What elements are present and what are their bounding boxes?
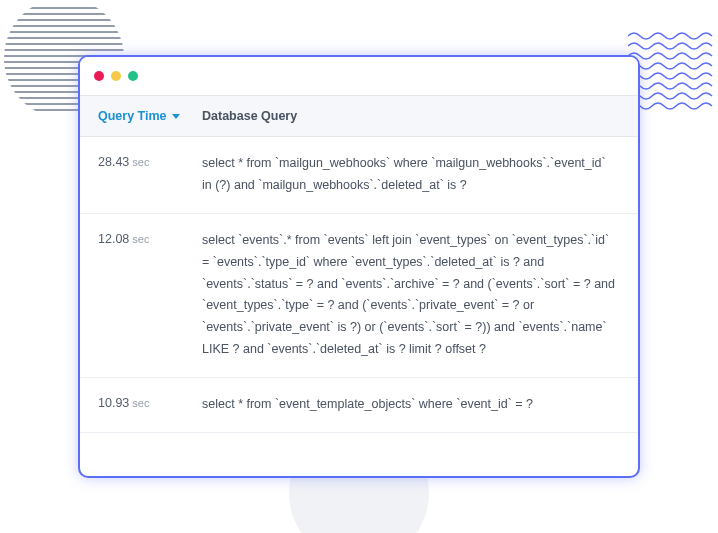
window-titlebar xyxy=(80,57,638,95)
cell-time: 12.08sec xyxy=(80,214,202,377)
table-row[interactable]: 10.93sec select * from `event_template_o… xyxy=(80,378,638,433)
sort-desc-icon xyxy=(172,114,180,119)
table-body: 28.43sec select * from `mailgun_webhooks… xyxy=(80,137,638,476)
cell-query: select `events`.* from `events` left joi… xyxy=(202,214,638,377)
window-close-icon[interactable] xyxy=(94,71,104,81)
table-header: Query Time Database Query xyxy=(80,95,638,137)
decor-wavy-right xyxy=(628,28,718,118)
table-row[interactable]: 12.08sec select `events`.* from `events`… xyxy=(80,214,638,378)
header-query-label: Database Query xyxy=(202,109,297,123)
header-query-time[interactable]: Query Time xyxy=(80,96,202,136)
header-time-label: Query Time xyxy=(98,109,167,123)
header-database-query[interactable]: Database Query xyxy=(202,96,638,136)
cell-query: select * from `event_template_objects` w… xyxy=(202,378,638,432)
table-row[interactable]: 28.43sec select * from `mailgun_webhooks… xyxy=(80,137,638,214)
cell-query: select * from `mailgun_webhooks` where `… xyxy=(202,137,638,213)
cell-time: 28.43sec xyxy=(80,137,202,213)
cell-time: 10.93sec xyxy=(80,378,202,432)
window-minimize-icon[interactable] xyxy=(111,71,121,81)
query-window: Query Time Database Query 28.43sec selec… xyxy=(78,55,640,478)
window-maximize-icon[interactable] xyxy=(128,71,138,81)
